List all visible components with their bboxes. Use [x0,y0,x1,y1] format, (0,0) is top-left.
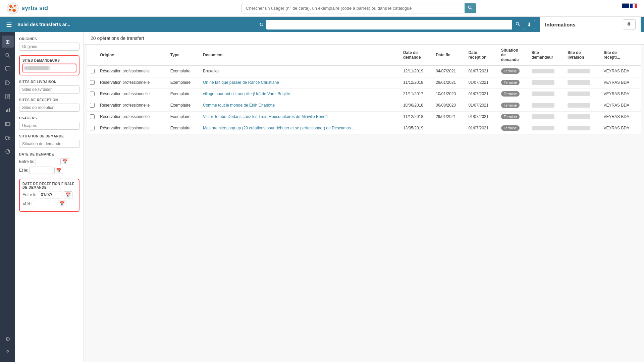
cell-document[interactable]: On ne fait que passer de Rancé Christian… [200,77,400,89]
hamburger-button[interactable]: ☰ [3,19,15,30]
filter-tag-value [28,66,48,70]
global-search[interactable] [241,3,476,13]
table-container[interactable]: Origine Type Document Date dedemande Dat… [84,45,644,362]
col-site-reception: Site derécepti... [601,45,641,66]
date-reception-entre-input[interactable] [39,191,62,198]
filter-situation-input[interactable] [19,140,79,148]
sidebar-icon-chart[interactable] [2,104,14,116]
sidebar-icon-grid[interactable]: ⊞ [2,36,14,48]
cell-origine: Réservation professionnelle [97,123,168,134]
row-checkbox[interactable] [90,126,95,130]
cell-situation: Terminé [498,77,529,89]
status-badge: Terminé [501,103,520,108]
cell-date-reception: 01/07/2021 [466,112,498,123]
icon-sidebar: ⊞ ⚙ ? [0,32,15,362]
cell-site-demandeur: ████████ [529,112,565,123]
cell-document[interactable]: village pourtant si tranquille (Un) de V… [200,89,400,100]
sidebar-icon-gear[interactable]: ⚙ [2,333,14,345]
document-link[interactable]: village pourtant si tranquille (Un) de V… [203,92,290,96]
col-date-demande: Date dedemande [400,45,433,66]
document-link[interactable]: Mes premiers pop-up (20 créations pour d… [203,126,354,130]
sidebar-icon-pie[interactable] [2,145,14,158]
filter-situation-label: SITUATION DE DEMANDE [19,134,79,138]
cell-document[interactable]: Victor Tombe-Dedans chez les Trois Mousq… [200,112,400,123]
sidebar-icon-truck[interactable] [2,132,14,144]
date-reception-et-input[interactable] [33,200,56,207]
blurred-site-demandeur: ████████ [532,114,554,119]
filter-sites-reception-input[interactable] [19,104,79,112]
date-demande-entre: Entre le: 📅 [19,158,79,165]
cell-situation: Terminé [498,100,529,112]
global-search-button[interactable] [465,3,476,13]
cell-date-reception: 01/07/2021 [466,89,498,100]
flag-en[interactable] [622,3,629,8]
filter-sites-demandeurs-input[interactable]: × [22,64,76,72]
cell-origine: Réservation professionnelle [97,66,168,77]
blurred-site-demandeur: ████████ [532,103,554,108]
refresh-button[interactable]: ↻ [259,21,264,28]
toolbar-search-button[interactable] [512,20,524,29]
cell-document[interactable]: Comme tout le monde de Erlih Charlotte [200,100,400,112]
svg-point-4 [12,9,16,12]
svg-line-7 [471,8,473,10]
filter-sites-livraison: SITES DE LIVRAISON [19,80,79,94]
main-layout: ⊞ ⚙ ? ORIGINES [0,32,644,362]
cell-site-reception: VEYRAS BDA [601,66,641,77]
content-area: 20 opérations de transfert Origine Type … [84,32,644,362]
cell-origine: Réservation professionnelle [97,112,168,123]
cell-site-demandeur: ████████ [529,66,565,77]
sidebar-icon-tag[interactable] [2,77,14,89]
cell-document: Bruxelles [200,66,400,77]
cell-type: Exemplaire [168,123,200,134]
filter-date-reception-label: DATE DE RÉCEPTION FINALE DE DEMANDE [22,182,76,189]
blurred-site-livraison: ████████ [568,126,590,130]
row-checkbox[interactable] [90,103,95,108]
row-checkbox[interactable] [90,69,95,73]
date-demande-et-cal[interactable]: 📅 [54,167,63,174]
filter-usagers-input[interactable] [19,122,79,130]
info-label: Informations [545,22,620,27]
cell-document[interactable]: Mes premiers pop-up (20 créations pour d… [200,123,400,134]
document-link[interactable]: Victor Tombe-Dedans chez les Trois Mousq… [203,114,328,119]
main-toolbar: ☰ Suivi des transferts ar... ↻ ⬇ Informa… [0,17,644,32]
filter-tag: × [24,66,50,70]
entre-le-label1: Entre le: [19,159,34,164]
date-reception-et-cal[interactable]: 📅 [58,200,66,207]
cell-date-demande: 11/12/2018 [400,112,433,123]
document-link[interactable]: On ne fait que passer de Rancé Christian… [203,80,279,85]
cell-date-reception: 01/07/2021 [466,77,498,89]
toolbar-search-box[interactable]: ⬇ [266,20,535,29]
sidebar-icon-film[interactable] [2,118,14,130]
cell-site-livraison: ████████ [565,77,601,89]
flag-fr[interactable] [630,3,637,8]
row-checkbox[interactable] [90,114,95,119]
document-link[interactable]: Comme tout le monde de Erlih Charlotte [203,103,275,108]
sidebar-icon-book[interactable] [2,90,14,103]
sidebar-icon-search[interactable] [2,49,14,61]
filter-origines-input[interactable] [19,43,79,51]
download-button[interactable]: ⬇ [524,20,535,29]
date-reception-entre-cal[interactable]: 📅 [64,191,72,198]
cell-site-demandeur: ████████ [529,77,565,89]
toolbar-search-input[interactable] [266,20,512,29]
svg-point-13 [6,82,7,83]
date-demande-entre-cal[interactable]: 📅 [60,158,69,165]
col-document: Document [200,45,400,66]
row-checkbox[interactable] [90,92,95,96]
filter-sites-livraison-input[interactable] [19,85,79,94]
global-search-input[interactable] [242,4,465,13]
eye-button[interactable]: 👁 [623,19,636,29]
date-demande-et-input[interactable] [30,167,53,174]
sidebar-icon-help[interactable]: ? [2,347,14,359]
cell-type: Exemplaire [168,112,200,123]
cell-origine: Réservation professionnelle [97,100,168,112]
filter-tag-remove[interactable]: × [25,66,28,70]
sidebar-icon-chat[interactable] [2,63,14,75]
row-checkbox[interactable] [90,80,95,85]
filter-sites-demandeurs-text[interactable] [50,65,74,71]
date-demande-entre-input[interactable] [36,158,59,165]
blurred-site-livraison: ████████ [568,69,590,73]
cell-site-reception: VEYRAS BDA [601,77,641,89]
svg-point-2 [14,5,16,7]
cell-site-livraison: ████████ [565,123,601,134]
